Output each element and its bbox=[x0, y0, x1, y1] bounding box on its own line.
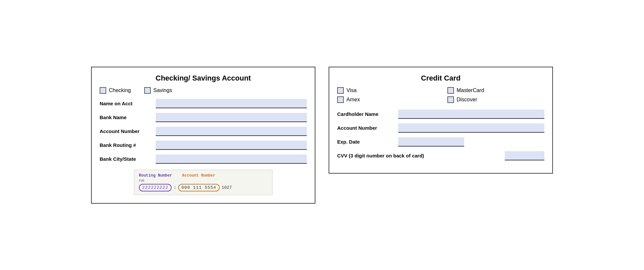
account-number-value: 000 111 555# bbox=[178, 184, 220, 191]
cvv-input[interactable] bbox=[505, 151, 544, 160]
name-on-acct-row: Name on Acct bbox=[100, 99, 307, 108]
credit-card-section: Credit Card Visa MasterCard Amex Discove… bbox=[329, 67, 553, 174]
name-on-acct-input[interactable] bbox=[156, 99, 307, 108]
checking-savings-title: Checking/ Savings Account bbox=[100, 74, 307, 83]
cc-account-number-label: Account Number bbox=[337, 125, 398, 131]
savings-label: Savings bbox=[153, 87, 172, 93]
amex-label: Amex bbox=[346, 97, 360, 103]
check-labels-row: Routing Number Account Number bbox=[139, 173, 268, 178]
page-wrapper: Checking/ Savings Account Checking Savin… bbox=[7, 67, 637, 204]
discover-checkbox[interactable] bbox=[447, 96, 454, 103]
cardholder-name-row: Cardholder Name bbox=[337, 110, 544, 119]
cvv-label: CVV (3 digit number on back of card) bbox=[337, 153, 501, 158]
visa-checkbox[interactable] bbox=[337, 87, 344, 94]
mastercard-checkbox[interactable] bbox=[447, 87, 454, 94]
name-on-acct-label: Name on Acct bbox=[100, 101, 156, 106]
cvv-row: CVV (3 digit number on back of card) bbox=[337, 151, 544, 160]
bank-routing-input[interactable] bbox=[156, 141, 307, 150]
credit-card-title: Credit Card bbox=[337, 74, 544, 83]
bank-routing-row: Bank Routing # bbox=[100, 141, 307, 150]
check-numbers: 222222222 : 000 111 555# 1027 bbox=[139, 184, 268, 191]
visa-checkbox-item[interactable]: Visa bbox=[337, 87, 434, 94]
mastercard-label: MasterCard bbox=[457, 87, 484, 93]
cardholder-name-input[interactable] bbox=[398, 110, 544, 119]
account-number-check-label: Account Number bbox=[182, 173, 215, 178]
mastercard-checkbox-item[interactable]: MasterCard bbox=[447, 87, 544, 94]
bank-name-input[interactable] bbox=[156, 113, 307, 122]
cardholder-name-label: Cardholder Name bbox=[337, 111, 398, 117]
bank-city-state-input[interactable] bbox=[156, 154, 307, 164]
bank-routing-label: Bank Routing # bbox=[100, 142, 156, 148]
bank-name-row: Bank Name bbox=[100, 113, 307, 122]
account-number-row: Account Number bbox=[100, 127, 307, 136]
cc-checkbox-grid: Visa MasterCard Amex Discover bbox=[337, 87, 544, 103]
bank-city-state-row: Bank City/State bbox=[100, 154, 307, 164]
checking-label: Checking bbox=[109, 87, 131, 93]
checking-savings-checkboxes: Checking Savings bbox=[100, 87, 307, 94]
routing-number-value: 222222222 bbox=[139, 184, 172, 191]
exp-date-row: Exp. Date bbox=[337, 137, 544, 147]
bank-city-state-label: Bank City/State bbox=[100, 156, 156, 162]
routing-number-label: Routing Number bbox=[139, 173, 172, 178]
checking-checkbox[interactable] bbox=[100, 87, 106, 94]
savings-checkbox-item[interactable]: Savings bbox=[144, 87, 172, 94]
check-number-value: 1027 bbox=[222, 185, 232, 190]
account-number-label: Account Number bbox=[100, 128, 156, 134]
discover-label: Discover bbox=[457, 97, 477, 103]
for-label: FOR bbox=[139, 179, 268, 183]
bank-name-label: Bank Name bbox=[100, 115, 156, 120]
cc-account-number-row: Account Number bbox=[337, 123, 544, 133]
exp-date-label: Exp. Date bbox=[337, 139, 398, 145]
amex-checkbox-item[interactable]: Amex bbox=[337, 96, 434, 103]
check-diagram: Routing Number Account Number FOR 222222… bbox=[134, 170, 273, 195]
checking-checkbox-item[interactable]: Checking bbox=[100, 87, 131, 94]
checking-savings-section: Checking/ Savings Account Checking Savin… bbox=[91, 67, 315, 204]
cc-account-number-input[interactable] bbox=[398, 123, 544, 133]
visa-label: Visa bbox=[346, 87, 357, 93]
account-number-input[interactable] bbox=[156, 127, 307, 136]
discover-checkbox-item[interactable]: Discover bbox=[447, 96, 544, 103]
exp-date-input[interactable] bbox=[398, 137, 464, 147]
amex-checkbox[interactable] bbox=[337, 96, 344, 103]
savings-checkbox[interactable] bbox=[144, 87, 151, 94]
